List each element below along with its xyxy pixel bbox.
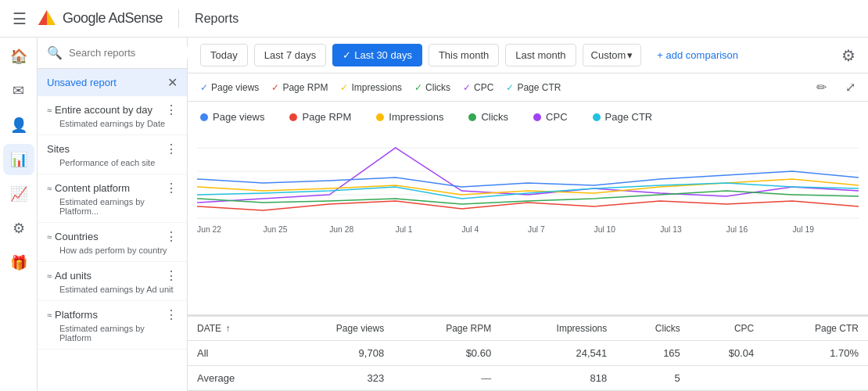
add-comparison-label: + add comparison xyxy=(657,49,738,61)
logo: Google AdSense xyxy=(36,8,163,30)
squiggle-icon: ≈ xyxy=(47,232,52,242)
rail-reports-btn[interactable]: 📊 xyxy=(3,144,34,175)
col-page-ctr[interactable]: Page CTR xyxy=(763,317,868,341)
sort-icon: ↑ xyxy=(225,323,230,334)
legend-page-ctr: Page CTR xyxy=(593,111,653,123)
check-icon: ✓ xyxy=(506,82,514,93)
cell-clicks: 165 xyxy=(616,341,690,366)
unsaved-report-item[interactable]: Unsaved report ✕ xyxy=(38,69,187,96)
svg-text:Jun 25: Jun 25 xyxy=(264,225,288,234)
rail-trends-btn[interactable]: 📈 xyxy=(3,178,34,210)
col-page-views[interactable]: Page views xyxy=(282,317,394,341)
custom-dropdown-button[interactable]: Custom ▾ xyxy=(583,44,642,66)
cell-page-ctr xyxy=(763,366,868,391)
filter-label: Page CTR xyxy=(517,82,561,93)
more-icon[interactable]: ⋮ xyxy=(165,268,178,283)
date-filters: Today Last 7 days ✓ Last 30 days This mo… xyxy=(200,44,738,66)
menu-icon[interactable]: ☰ xyxy=(13,9,27,28)
last-30-days-label: Last 30 days xyxy=(354,49,412,61)
cell-page-views: 9,708 xyxy=(282,341,394,366)
rail-settings-btn[interactable]: ⚙ xyxy=(3,213,34,244)
cell-impressions: 24,541 xyxy=(500,341,616,366)
this-month-button[interactable]: This month xyxy=(429,44,499,66)
data-table-section: DATE ↑ Page views Page RPM Impressions C… xyxy=(188,314,868,391)
report-desc: How ads perform by country xyxy=(47,246,178,255)
list-item[interactable]: ≈ Content platform ⋮ Estimated earnings … xyxy=(38,174,187,223)
cell-page-ctr: 1.70% xyxy=(763,341,868,366)
filter-impressions[interactable]: ✓ Impressions xyxy=(340,82,402,93)
col-impressions[interactable]: Impressions xyxy=(500,317,616,341)
more-icon[interactable]: ⋮ xyxy=(165,307,178,322)
checkmark-icon: ✓ xyxy=(343,49,351,61)
filter-page-views[interactable]: ✓ Page views xyxy=(200,82,259,93)
legend-page-rpm: Page RPM xyxy=(289,111,351,123)
table-row: All 9,708 $0.60 24,541 165 $0.04 1.70% xyxy=(188,341,868,366)
last-month-button[interactable]: Last month xyxy=(505,44,576,66)
rail-gift-btn[interactable]: 🎁 xyxy=(3,247,34,278)
list-item[interactable]: ≈ Ad units ⋮ Estimated earnings by Ad un… xyxy=(38,262,187,301)
unsaved-report-label: Unsaved report xyxy=(47,77,117,88)
list-item[interactable]: ≈ Entire account by day ⋮ Estimated earn… xyxy=(38,96,187,135)
line-chart: Jun 22 Jun 25 Jun 28 Jul 1 Jul 4 Jul 7 J… xyxy=(197,132,859,234)
header-title: Reports xyxy=(195,12,239,26)
more-icon[interactable]: ⋮ xyxy=(165,229,178,244)
last-7-days-button[interactable]: Last 7 days xyxy=(254,44,327,66)
report-desc: Estimated earnings by Ad unit xyxy=(47,285,178,294)
cell-clicks: 5 xyxy=(616,366,690,391)
search-input[interactable] xyxy=(69,47,200,59)
search-bar: 🔍 + xyxy=(38,38,187,69)
more-icon[interactable]: ⋮ xyxy=(165,102,178,117)
squiggle-icon: ≈ xyxy=(47,271,52,281)
col-page-rpm[interactable]: Page RPM xyxy=(393,317,500,341)
list-item[interactable]: ≈ Countries ⋮ How ads perform by country xyxy=(38,223,187,262)
last-30-days-button[interactable]: ✓ Last 30 days xyxy=(332,44,422,66)
cell-page-rpm: — xyxy=(393,366,500,391)
cell-cpc xyxy=(690,366,763,391)
legend-label: Impressions xyxy=(389,111,443,123)
reports-panel: 🔍 + Unsaved report ✕ ≈ Entire account by… xyxy=(38,38,188,391)
squiggle-icon: ≈ xyxy=(47,310,52,320)
report-desc: Estimated earnings by Date xyxy=(47,119,178,128)
logo-text: Google AdSense xyxy=(63,10,163,27)
filter-page-ctr[interactable]: ✓ Page CTR xyxy=(506,82,561,93)
chart-container: Jun 22 Jun 25 Jun 28 Jul 1 Jul 4 Jul 7 J… xyxy=(188,132,868,314)
filter-page-rpm[interactable]: ✓ Page RPM xyxy=(271,82,328,93)
data-table: DATE ↑ Page views Page RPM Impressions C… xyxy=(188,316,868,391)
svg-text:Jul 16: Jul 16 xyxy=(726,225,748,234)
rail-home-btn[interactable]: 🏠 xyxy=(3,41,34,72)
legend-label: Page views xyxy=(213,111,264,123)
icon-rail: 🏠 ✉ 👤 📊 📈 ⚙ 🎁 xyxy=(0,38,38,391)
svg-text:Jul 4: Jul 4 xyxy=(461,225,479,234)
report-title: Countries xyxy=(55,231,99,242)
header-divider xyxy=(178,9,179,28)
report-desc: Estimated earnings by Platform xyxy=(47,324,178,343)
chevron-down-icon: ▾ xyxy=(627,49,633,61)
squiggle-icon: ≈ xyxy=(47,106,52,115)
list-item[interactable]: Sites ⋮ Performance of each site xyxy=(38,135,187,174)
report-title: Ad units xyxy=(55,270,91,282)
filter-clicks[interactable]: ✓ Clicks xyxy=(414,82,450,93)
more-icon[interactable]: ⋮ xyxy=(165,181,178,196)
chart-filters: ✓ Page views ✓ Page RPM ✓ Impressions ✓ … xyxy=(188,74,868,102)
col-clicks[interactable]: Clicks xyxy=(616,317,690,341)
col-date[interactable]: DATE ↑ xyxy=(188,317,282,341)
edit-filters-icon[interactable]: ✏ xyxy=(816,80,827,95)
search-icon: 🔍 xyxy=(47,45,63,60)
rail-email-btn[interactable]: ✉ xyxy=(3,75,34,106)
today-button[interactable]: Today xyxy=(200,44,248,66)
close-unsaved-button[interactable]: ✕ xyxy=(167,75,178,90)
more-icon[interactable]: ⋮ xyxy=(165,142,178,156)
expand-icon[interactable]: ⤢ xyxy=(845,80,855,95)
report-title: Entire account by day xyxy=(55,104,152,116)
cell-cpc: $0.04 xyxy=(690,341,763,366)
report-desc: Performance of each site xyxy=(47,158,178,167)
svg-text:Jul 7: Jul 7 xyxy=(528,225,545,234)
settings-icon[interactable]: ⚙ xyxy=(841,46,855,65)
list-item[interactable]: ≈ Platforms ⋮ Estimated earnings by Plat… xyxy=(38,301,187,350)
col-cpc[interactable]: CPC xyxy=(690,317,763,341)
filter-cpc[interactable]: ✓ CPC xyxy=(463,82,493,93)
add-comparison-button[interactable]: + add comparison xyxy=(654,49,738,61)
legend-label: Page RPM xyxy=(302,111,351,123)
rail-people-btn[interactable]: 👤 xyxy=(3,109,34,141)
legend-page-views: Page views xyxy=(200,111,264,123)
